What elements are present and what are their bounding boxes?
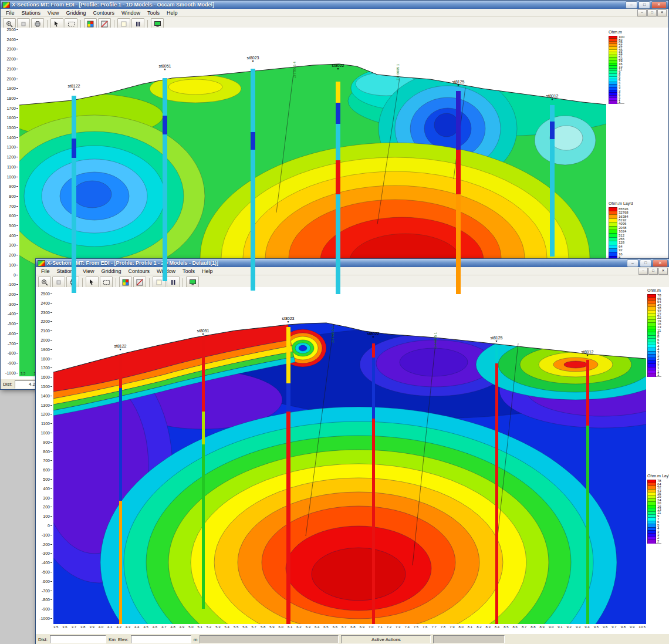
legend-ohm-layd: Ohm.m Lay'd 7864524335292420161311976543… — [647, 474, 669, 546]
monitor-icon[interactable] — [186, 277, 199, 288]
x-tick: 10.5 — [638, 625, 646, 629]
station-label: st8012▼ — [581, 350, 593, 356]
y-tick: 300 — [9, 243, 18, 247]
titlebar[interactable]: X-Sections MT: From EDI - [Profile: Prof… — [1, 1, 668, 9]
y-tick: -800 — [8, 351, 18, 355]
station-bar — [251, 69, 255, 291]
y-tick: 200 — [43, 505, 52, 509]
y-tick: 1800 — [40, 357, 52, 361]
station-label: st8012▼ — [546, 94, 558, 100]
y-tick: -200 — [8, 292, 18, 296]
y-tick: 2000 — [6, 77, 18, 81]
x-tick: 6.9 — [360, 625, 364, 629]
borehole-label: ZH 6005 4 — [293, 62, 296, 78]
menu-item[interactable]: Gridding — [62, 9, 89, 16]
x-tick: 4.8 — [170, 625, 175, 629]
columns-icon[interactable] — [167, 277, 180, 288]
y-tick: 400 — [43, 487, 52, 491]
y-tick: -700 — [42, 589, 52, 593]
x-tick: 6.5 — [323, 625, 328, 629]
minimize-button[interactable]: – — [627, 259, 638, 267]
x-tick: 6.4 — [315, 625, 319, 629]
zoom-icon[interactable] — [38, 277, 51, 288]
select-icon[interactable] — [86, 277, 99, 288]
color-grid-icon[interactable] — [119, 277, 132, 288]
y-tick: 1300 — [40, 403, 52, 407]
titlebar[interactable]: X-Sections MT: From EDI - [Profile: Prof… — [36, 259, 669, 267]
dist-label: Dist: — [38, 637, 48, 642]
close-button[interactable]: ✕ — [651, 1, 667, 9]
x-tick: 5.7 — [252, 625, 256, 629]
borehole-label: ZH 6005 4 — [331, 326, 334, 343]
mdi-close-button[interactable]: ✕ — [658, 268, 668, 275]
y-tick: 1500 — [40, 385, 52, 389]
maximize-button[interactable]: □ — [640, 259, 651, 267]
x-tick: 9.9 — [630, 625, 634, 629]
borehole-label: ZH 6005 1 — [434, 332, 437, 349]
y-tick: 600 — [43, 468, 52, 472]
mdi-close-button[interactable]: ✕ — [657, 9, 667, 16]
x-tick: 6.3 — [306, 625, 310, 629]
station-marker: ▼ — [546, 98, 558, 100]
y-tick: -800 — [42, 598, 52, 602]
y-tick: -100 — [8, 282, 18, 286]
station-label: st8122▼ — [114, 344, 126, 350]
menu-item[interactable]: Tools — [144, 9, 163, 16]
menu-item[interactable]: View — [79, 268, 97, 275]
y-tick: 2400 — [6, 38, 18, 42]
x-tick: 7.0 — [369, 625, 373, 629]
y-tick: 1000 — [40, 431, 52, 435]
station-bar — [586, 360, 589, 624]
y-tick: 900 — [43, 440, 52, 444]
x-tick: 8.5 — [504, 625, 508, 629]
station-label: st8125▼ — [490, 336, 502, 342]
y-tick: 2200 — [6, 57, 18, 61]
menu-item[interactable]: Gridding — [97, 268, 124, 275]
x-tick: 7.2 — [387, 625, 391, 629]
menu-item[interactable]: View — [44, 9, 62, 16]
mdi-minimize-button[interactable]: – — [638, 268, 648, 275]
x-tick: 8.3 — [486, 625, 491, 629]
station-bar — [495, 347, 498, 624]
y-tick: -300 — [8, 302, 18, 306]
x-tick: 3.5 — [53, 625, 58, 629]
y-tick: 1100 — [41, 422, 52, 426]
minimize-button[interactable]: – — [626, 1, 637, 9]
x-tick: 5.4 — [225, 625, 229, 629]
statusbar: Dist: Km Elev: m Active Actions — [36, 633, 669, 644]
y-tick: 1600 — [40, 375, 52, 379]
y-tick: -700 — [8, 342, 18, 346]
x-tick: 7.3 — [396, 625, 400, 629]
menu-item[interactable]: Help — [198, 268, 217, 275]
desktop: { "window1": { "title": "X-Sections MT: … — [0, 0, 669, 644]
y-tick: 100 — [9, 263, 18, 267]
menu-item[interactable]: Stations — [18, 9, 45, 16]
marquee-icon[interactable] — [100, 277, 113, 288]
close-button[interactable]: ✕ — [653, 259, 668, 267]
y-tick: 1200 — [40, 412, 52, 416]
mdi-restore-button[interactable]: □ — [647, 9, 657, 16]
x-tick: 8.6 — [513, 625, 518, 629]
menu-item[interactable]: File — [38, 268, 53, 275]
pan-icon[interactable] — [52, 277, 65, 288]
legend-ohm: Ohm.m 1008369574739332723191613119865443… — [609, 30, 624, 106]
y-tick: 2100 — [40, 329, 52, 333]
plot-client-2d[interactable]: 2500240023002200210020001900180017001600… — [36, 287, 669, 634]
station-label: st8023▼ — [282, 316, 294, 323]
menu-item[interactable]: Tools — [179, 268, 198, 275]
maximize-button[interactable]: □ — [638, 1, 650, 9]
mdi-restore-button[interactable]: □ — [648, 268, 658, 275]
menu-item[interactable]: Contours — [89, 9, 118, 16]
menu-item[interactable]: Help — [163, 9, 181, 16]
resistivity-section-2d[interactable] — [53, 289, 646, 624]
station-bar — [163, 78, 167, 281]
menu-item[interactable]: Contours — [124, 268, 153, 275]
mdi-minimize-button[interactable]: – — [637, 9, 647, 16]
station-label: st8022▼ — [332, 63, 344, 70]
menu-item[interactable]: Window — [118, 9, 144, 16]
y-tick: 2300 — [40, 311, 52, 315]
x-tick: 5.1 — [198, 625, 202, 629]
color-grid-off-icon[interactable] — [133, 277, 146, 288]
menu-item[interactable]: File — [2, 9, 18, 16]
active-actions-label: Active Actions — [341, 635, 431, 643]
